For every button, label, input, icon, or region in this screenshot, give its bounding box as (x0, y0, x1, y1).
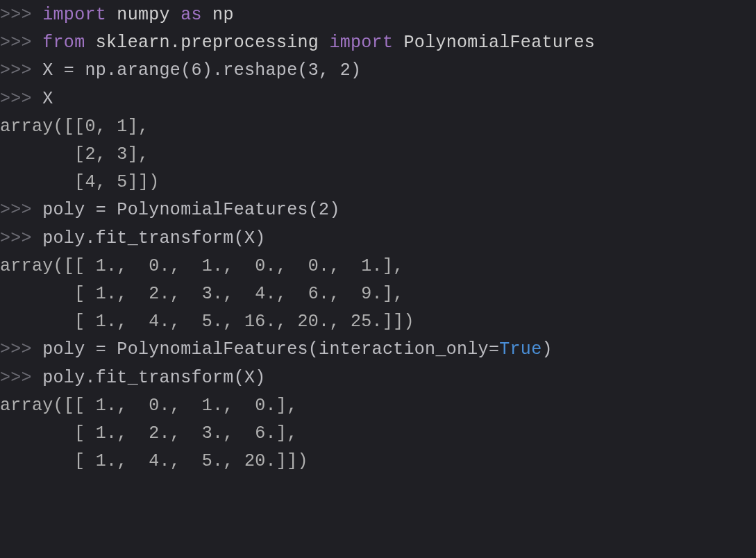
repl-output-line: array([[0, 1], (0, 113, 756, 141)
code-segment: >>> (0, 339, 42, 360)
code-segment: >>> (0, 60, 42, 81)
code-segment: poly.fit_transform(X) (42, 368, 265, 388)
code-segment: import (329, 33, 393, 53)
repl-input-line: >>> X = np.arange(6).reshape(3, 2) (0, 57, 756, 85)
code-segment: X (42, 89, 53, 109)
code-segment: >>> (0, 33, 42, 53)
repl-output-line: [2, 3], (0, 141, 756, 169)
code-segment: [ 1., 4., 5., 20.]]) (0, 451, 308, 471)
python-repl[interactable]: >>> import numpy as np>>> from sklearn.p… (0, 0, 756, 475)
repl-input-line: >>> import numpy as np (0, 1, 756, 29)
code-segment: np (202, 5, 234, 25)
repl-input-line: >>> poly = PolynomialFeatures(interactio… (0, 336, 756, 364)
code-segment: [ 1., 4., 5., 16., 20., 25.]]) (0, 312, 414, 332)
code-segment: PolynomialFeatures (393, 33, 595, 53)
code-segment: >>> (0, 200, 42, 220)
code-segment: [ 1., 2., 3., 6.], (0, 423, 297, 443)
code-segment: sklearn.preprocessing (85, 33, 329, 53)
repl-output-line: [4, 5]]) (0, 169, 756, 196)
code-segment: >>> (0, 5, 42, 25)
repl-output-line: array([[ 1., 0., 1., 0., 0., 1.], (0, 253, 756, 280)
code-segment: poly.fit_transform(X) (42, 228, 265, 248)
code-segment: array([[ 1., 0., 1., 0.], (0, 396, 297, 416)
code-segment: ) (541, 339, 552, 360)
repl-input-line: >>> X (0, 85, 756, 113)
repl-input-line: >>> poly.fit_transform(X) (0, 364, 756, 392)
code-segment: [4, 5]]) (0, 172, 160, 192)
code-segment: array([[ 1., 0., 1., 0., 0., 1.], (0, 256, 404, 276)
repl-output-line: array([[ 1., 0., 1., 0.], (0, 392, 756, 420)
code-segment: array([[0, 1], (0, 117, 149, 137)
code-segment: import (42, 5, 106, 25)
code-segment: [2, 3], (0, 144, 149, 164)
repl-output-line: [ 1., 4., 5., 20.]]) (0, 448, 756, 475)
code-segment: from (42, 33, 85, 53)
code-segment: [ 1., 2., 3., 4., 6., 9.], (0, 284, 404, 304)
repl-output-line: [ 1., 2., 3., 4., 6., 9.], (0, 280, 756, 308)
code-segment: X = np.arange(6).reshape(3, 2) (42, 60, 361, 81)
repl-output-line: [ 1., 4., 5., 16., 20., 25.]]) (0, 308, 756, 336)
code-segment: >>> (0, 368, 42, 388)
code-segment: poly = PolynomialFeatures(2) (42, 200, 339, 220)
code-segment: >>> (0, 89, 42, 109)
code-segment: >>> (0, 228, 42, 248)
code-segment: True (499, 339, 541, 360)
code-segment: numpy (106, 5, 180, 25)
repl-input-line: >>> poly.fit_transform(X) (0, 225, 756, 253)
repl-output-line: [ 1., 2., 3., 6.], (0, 420, 756, 448)
repl-input-line: >>> poly = PolynomialFeatures(2) (0, 196, 756, 224)
code-segment: as (180, 5, 202, 25)
code-segment: poly = PolynomialFeatures(interaction_on… (42, 339, 499, 360)
repl-input-line: >>> from sklearn.preprocessing import Po… (0, 29, 756, 57)
